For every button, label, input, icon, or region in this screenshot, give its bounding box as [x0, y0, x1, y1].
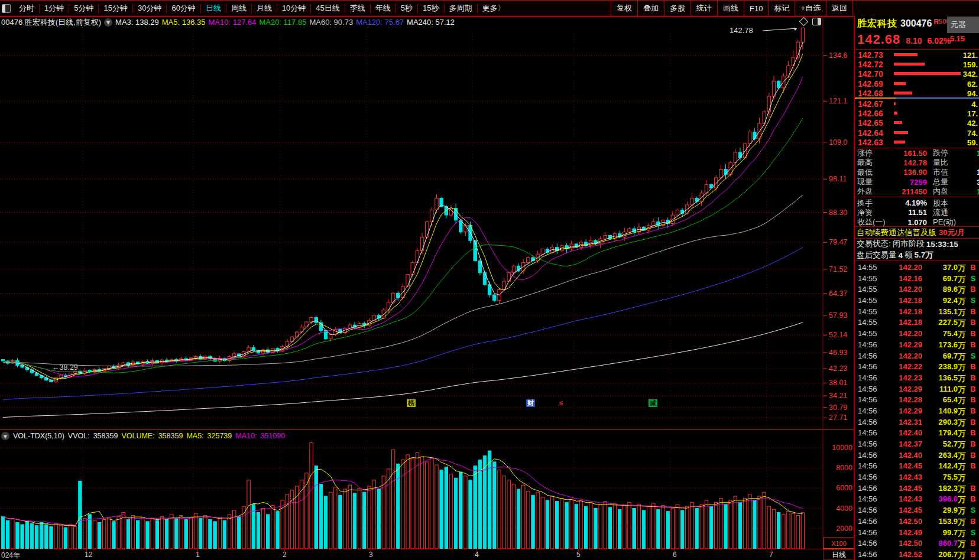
tick-side: B — [968, 307, 978, 316]
depth-bar — [894, 141, 905, 144]
tick-price: 142.29 — [883, 406, 922, 415]
tick-price: 142.49 — [883, 528, 922, 537]
tick-price: 142.45 — [883, 506, 922, 515]
ma-value: MA60: 90.73 — [309, 18, 353, 27]
tick-price: 142.20 — [883, 263, 922, 272]
stat-value: 8.5 — [966, 208, 979, 217]
tick-row: 14:55142.2075.4万B — [855, 328, 979, 339]
chevron-down-icon[interactable]: ▾ — [1, 432, 9, 440]
stat-row: 收益(一)1.070PE(动) — [855, 217, 979, 227]
after-hours-amount: 5.7万 — [915, 250, 933, 261]
order-book-row[interactable]: 142.6542. — [855, 118, 979, 127]
tick-qty: 396.0 — [921, 494, 958, 503]
order-book-row[interactable]: 142.6962. — [855, 79, 979, 88]
after-hours-label: 盘后交易量 — [857, 250, 897, 261]
candlestick-and-volume-chart: 134.6121.1109.098.1188.3079.4771.5264.37… — [0, 0, 979, 560]
order-price: 142.70 — [858, 69, 883, 79]
tick-row: 14:56142.29111.0万B — [855, 383, 979, 395]
tick-unit: 万 — [958, 285, 965, 295]
after-hours-amount-label: 额 — [905, 250, 913, 261]
vol-ma10-label: MA10: — [235, 432, 257, 440]
tick-row: 14:55142.2037.0万B — [855, 262, 979, 273]
quote-header: 胜宏科技300476R500 元器 5.15 142.68 8.10 6.02% — [855, 16, 979, 48]
order-book-row[interactable]: 142.6359. — [855, 137, 979, 146]
tick-time: 14:56 — [858, 539, 877, 548]
tick-qty: 92.4 — [921, 296, 958, 305]
sector-change-value: 5.15 — [950, 34, 965, 43]
month-tick — [675, 549, 675, 552]
tick-side: B — [968, 329, 978, 338]
tick-row: 14:56142.22238.9万B — [855, 361, 979, 372]
tick-price: 142.20 — [883, 285, 922, 294]
order-qty: 94. — [944, 89, 978, 98]
subscription-banner[interactable]: 自动续费通达信普及版 30元/月 — [855, 226, 979, 239]
stat-value: 8.6 — [966, 198, 979, 207]
stat-value: 11.51 — [890, 208, 927, 217]
stat-value: 142.78 — [890, 158, 927, 167]
tick-time: 14:56 — [858, 418, 877, 426]
sector-tab[interactable]: 元器 — [947, 17, 979, 33]
volume-header: ▾ VOL-TDX(5,10) VVOL: 358359 VOLUME: 358… — [1, 431, 288, 441]
tick-unit: 万 — [958, 550, 965, 560]
rong-flag: R — [933, 18, 939, 26]
event-marker-减[interactable]: 减 — [649, 399, 657, 407]
tick-side: B — [968, 494, 978, 503]
diamond-marker-icon[interactable] — [799, 17, 809, 27]
order-qty: 42. — [944, 119, 978, 128]
tick-time: 14:56 — [858, 473, 877, 481]
order-qty: 74. — [944, 129, 978, 138]
svg-text:71.52: 71.52 — [829, 265, 847, 274]
tick-price: 142.31 — [883, 418, 922, 426]
tick-side: B — [968, 395, 978, 404]
tick-side: S — [968, 528, 978, 537]
tick-time: 14:56 — [858, 395, 877, 404]
order-book-row[interactable]: 142.6474. — [855, 128, 979, 137]
tick-list: 14:55142.2037.0万B14:55142.1669.7万S14:551… — [855, 262, 979, 560]
panel-toggle-icon[interactable] — [812, 18, 821, 25]
depth-bar — [894, 82, 906, 85]
order-book-row[interactable]: 142.674. — [855, 99, 979, 108]
volume-label: VOLUME: — [121, 432, 154, 440]
order-price: 142.73 — [858, 50, 883, 60]
tick-qty: 65.4 — [921, 395, 958, 404]
event-marker-榜[interactable]: 榜 — [407, 399, 416, 407]
tick-unit: 万 — [958, 439, 965, 450]
stock-name[interactable]: 胜宏科技 — [857, 18, 897, 28]
svg-text:64.37: 64.37 — [829, 289, 847, 298]
volume-indicator-name: VOL-TDX(5,10) — [13, 432, 64, 440]
tick-qty: 206.7 — [921, 550, 958, 559]
order-book-row[interactable]: 142.72159. — [855, 59, 979, 69]
tick-row: 14:56142.3752.7万B — [855, 438, 979, 450]
tick-side: B — [968, 418, 978, 426]
order-qty: 342. — [944, 70, 978, 79]
tick-side: S — [968, 274, 978, 283]
tick-price: 142.18 — [883, 307, 922, 316]
order-price: 142.72 — [858, 60, 883, 69]
depth-bar — [894, 121, 902, 124]
tick-price: 142.28 — [883, 395, 922, 404]
chevron-down-icon[interactable]: ▾ — [104, 18, 112, 27]
tick-time: 14:56 — [858, 451, 877, 460]
order-book-row[interactable]: 142.6617. — [855, 108, 979, 118]
month-tick — [86, 549, 87, 552]
stat-label: 净资 — [855, 207, 890, 218]
event-marker-≤[interactable]: ≤ — [558, 399, 564, 407]
order-book-row[interactable]: 142.70342. — [855, 69, 979, 78]
tick-qty: 75.4 — [921, 329, 958, 338]
order-book-row[interactable]: 142.73121. — [855, 50, 979, 59]
tick-side: B — [968, 484, 978, 493]
order-book-row[interactable]: 142.6894. — [855, 88, 979, 97]
stat-label: 现量 — [855, 177, 890, 187]
tick-time: 14:56 — [858, 428, 877, 437]
svg-text:←38.29: ←38.29 — [52, 363, 78, 372]
order-price: 142.69 — [858, 79, 883, 89]
event-marker-财[interactable]: 财 — [526, 399, 535, 407]
ma-value: MA10: 127.64 — [208, 18, 256, 27]
stat-row: 换手4.19%股本8.6 — [855, 198, 979, 207]
svg-text:98.11: 98.11 — [829, 175, 847, 183]
tick-qty: 69.7 — [921, 351, 958, 360]
price-change: 8.10 — [906, 36, 922, 45]
tick-side: B — [968, 318, 978, 327]
tick-time: 14:56 — [858, 528, 877, 537]
tick-row: 14:56142.40263.4万B — [855, 450, 979, 461]
